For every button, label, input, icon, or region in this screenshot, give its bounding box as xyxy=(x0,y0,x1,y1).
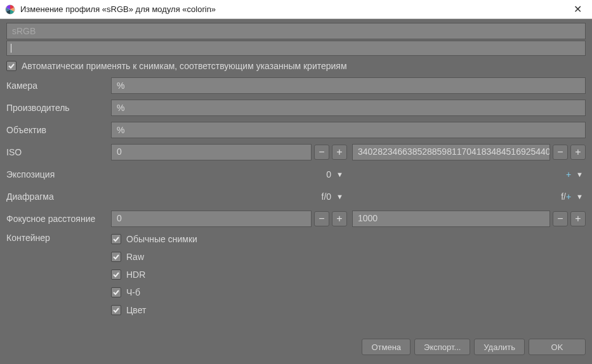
focal-max-inc-button[interactable]: + xyxy=(570,211,586,226)
dialog-footer: Отмена Экспорт... Удалить OK xyxy=(362,339,586,355)
aperture-max-value: f/+ xyxy=(561,192,571,202)
exposure-max-value: + xyxy=(566,169,571,179)
lens-input[interactable] xyxy=(111,122,586,138)
dialog-content: Автоматически применять к снимкам, соотв… xyxy=(0,19,592,322)
container-option-label: Raw xyxy=(126,252,144,262)
lens-row: Объектив xyxy=(6,122,586,138)
chevron-down-icon: ▼ xyxy=(576,171,583,178)
iso-max-input[interactable]: 340282346638528859811704183484516925440 xyxy=(352,144,550,160)
maker-row: Производитель xyxy=(6,100,586,116)
camera-label: Камера xyxy=(6,81,111,91)
profile-name-input[interactable] xyxy=(6,23,586,39)
exposure-min-value: 0 xyxy=(326,169,331,179)
focal-min-input[interactable]: 0 xyxy=(111,211,312,227)
export-button[interactable]: Экспорт... xyxy=(414,339,470,355)
container-checkbox[interactable] xyxy=(111,252,121,262)
container-option: Ч-б xyxy=(111,287,197,297)
check-icon xyxy=(112,306,120,314)
auto-apply-checkbox[interactable] xyxy=(6,61,16,71)
filter-input[interactable] xyxy=(6,41,586,56)
maker-input[interactable] xyxy=(111,100,586,116)
exposure-label: Экспозиция xyxy=(6,169,111,179)
exposure-min-dropdown[interactable]: 0 ▼ xyxy=(111,166,346,183)
aperture-min-dropdown[interactable]: f/0 ▼ xyxy=(111,188,346,205)
container-checkbox[interactable] xyxy=(111,270,121,280)
focal-label: Фокусное расстояние xyxy=(6,214,111,224)
container-checkbox[interactable] xyxy=(111,305,121,315)
container-options: Обычные снимкиRawHDRЧ-бЦвет xyxy=(111,233,197,315)
auto-apply-label: Автоматически применять к снимкам, соотв… xyxy=(22,61,347,71)
aperture-label: Диафрагма xyxy=(6,192,111,202)
focal-row: Фокусное расстояние 0 − + 1000 − + xyxy=(6,211,586,227)
iso-row: ISO 0 − + 340282346638528859811704183484… xyxy=(6,144,586,160)
check-icon xyxy=(112,253,120,261)
camera-input[interactable] xyxy=(111,77,586,94)
window-title: Изменение профиля «sRGB» для модуля «col… xyxy=(20,4,568,14)
cursor xyxy=(11,44,11,53)
iso-min-dec-button[interactable]: − xyxy=(314,145,329,160)
container-option-label: Ч-б xyxy=(126,287,140,297)
cancel-button[interactable]: Отмена xyxy=(362,339,411,355)
check-icon xyxy=(8,62,15,70)
iso-max-dec-button[interactable]: − xyxy=(553,145,568,160)
exposure-max-dropdown[interactable]: + ▼ xyxy=(351,166,586,183)
focal-min-dec-button[interactable]: − xyxy=(314,211,329,226)
iso-label: ISO xyxy=(6,147,111,157)
container-option-label: Обычные снимки xyxy=(126,234,197,244)
auto-apply-row: Автоматически применять к снимкам, соотв… xyxy=(6,61,586,71)
container-option-label: HDR xyxy=(126,270,145,280)
container-checkbox[interactable] xyxy=(111,287,121,297)
chevron-down-icon: ▼ xyxy=(576,193,583,200)
focal-min-inc-button[interactable]: + xyxy=(332,211,347,226)
check-icon xyxy=(112,235,120,243)
focal-max-input[interactable]: 1000 xyxy=(352,211,550,227)
iso-min-inc-button[interactable]: + xyxy=(332,145,347,160)
app-icon xyxy=(5,4,15,15)
delete-button[interactable]: Удалить xyxy=(474,339,525,355)
lens-label: Объектив xyxy=(6,125,111,135)
chevron-down-icon: ▼ xyxy=(336,171,343,178)
container-option: Обычные снимки xyxy=(111,234,197,244)
iso-min-input[interactable]: 0 xyxy=(111,144,312,160)
container-option: Цвет xyxy=(111,305,197,315)
aperture-row: Диафрагма f/0 ▼ f/+ ▼ xyxy=(6,188,586,205)
camera-row: Камера xyxy=(6,77,586,94)
check-icon xyxy=(112,289,120,296)
check-icon xyxy=(112,271,120,278)
iso-max-inc-button[interactable]: + xyxy=(570,145,586,160)
container-checkbox[interactable] xyxy=(111,234,121,244)
exposure-row: Экспозиция 0 ▼ + ▼ xyxy=(6,166,586,183)
close-icon[interactable]: ✕ xyxy=(568,3,587,15)
ok-button[interactable]: OK xyxy=(529,339,586,355)
container-row: Контейнер Обычные снимкиRawHDRЧ-бЦвет xyxy=(6,233,586,315)
aperture-max-dropdown[interactable]: f/+ ▼ xyxy=(351,188,586,205)
container-label: Контейнер xyxy=(6,233,111,243)
focal-max-dec-button[interactable]: − xyxy=(553,211,568,226)
chevron-down-icon: ▼ xyxy=(336,193,343,200)
container-option: HDR xyxy=(111,270,197,280)
title-bar: Изменение профиля «sRGB» для модуля «col… xyxy=(0,0,592,19)
container-option: Raw xyxy=(111,252,197,262)
container-option-label: Цвет xyxy=(126,305,146,315)
maker-label: Производитель xyxy=(6,103,111,113)
aperture-min-value: f/0 xyxy=(322,192,332,202)
